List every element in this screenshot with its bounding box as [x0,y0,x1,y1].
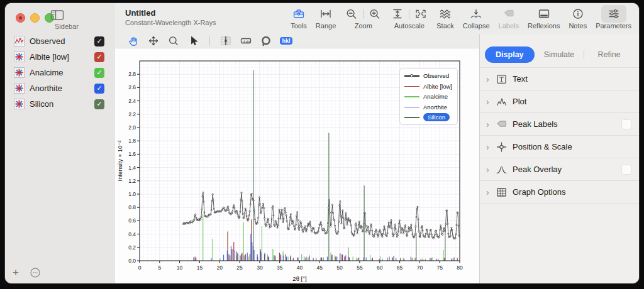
toolbar-button-reflexions[interactable]: Reflexions [528,6,560,30]
sidebar-item-silicon[interactable]: Silicon✓ [5,96,115,112]
toolbar-buttons: ToolsRangeZoomAutoscaleStackCollapseLabe… [291,6,631,30]
toolbox-icon [292,8,306,19]
chevron-right-icon[interactable]: › [486,165,495,175]
legend-label: Analcime [423,93,448,100]
x-axis-label: 2θ [°] [292,275,306,282]
hkl-badge[interactable]: hkl [279,35,293,47]
svg-text:2.0: 2.0 [128,124,136,131]
range-icon [319,8,333,19]
ruler-tool[interactable] [239,35,253,47]
svg-text:0.2: 0.2 [128,244,136,251]
legend-label: Albite [low] [423,83,452,90]
section-position-scale[interactable]: ›Position & Scale [480,136,639,158]
grid-icon [495,187,508,198]
legend-item-anorthite[interactable]: Anorthite [404,103,452,111]
svg-text:65: 65 [397,264,403,271]
svg-text:1.4: 1.4 [128,165,136,171]
stack-icon [438,8,452,19]
text-box-icon [495,74,508,85]
chevron-right-icon[interactable]: › [486,74,495,84]
visibility-checkbox[interactable]: ✓ [94,52,104,62]
lasso-tool[interactable] [259,35,273,47]
section-peak-overlay[interactable]: ›Peak Overlay [480,158,639,181]
hand-tool[interactable] [126,35,140,47]
xrd-chart[interactable]: 051015202530354045505560657075800.00.20.… [115,48,479,283]
toolbar-button-label: Autoscale [394,22,425,30]
toolbar-button-stack[interactable]: Stack [436,6,454,30]
toolbar-button-label: Range [316,22,336,30]
svg-text:10: 10 [177,264,183,271]
section-peak-labels[interactable]: ›Peak Labels [480,113,639,136]
section-toggle-checkbox[interactable] [621,119,631,129]
section-graph-options[interactable]: ›Graph Options [480,181,639,204]
svg-text:2.4: 2.4 [128,98,136,104]
svg-text:50: 50 [336,264,343,271]
toolbar-button-label: Tools [291,22,307,30]
sidebar-item-albite-low[interactable]: Albite [low]✓ [5,49,115,65]
toolbar-button-label: Zoom [355,22,372,30]
chevron-right-icon[interactable]: › [486,97,495,107]
minimize-button[interactable] [30,13,40,23]
crystal-phase-icon [14,67,25,78]
legend-label: Silicon [423,113,450,121]
close-button[interactable] [16,13,25,23]
document-title: Untitled [125,8,216,18]
add-pattern-button[interactable]: + [13,266,19,279]
chart-legend: ObservedAlbite [low]AnalcimeAnorthiteSil… [399,68,458,125]
svg-text:40: 40 [297,264,303,271]
pattern-label: Observed [30,36,65,46]
inspector-tabs: DisplaySimulateRefine [485,46,634,63]
legend-line-sample [404,82,419,90]
traffic-lights [16,13,54,23]
toolbar-button-range[interactable]: Range [316,6,336,30]
sidebar-toggle-label: Sidebar [50,23,83,30]
svg-text:0: 0 [138,264,142,271]
tab-display[interactable]: Display [485,46,535,63]
tag-icon [495,119,508,130]
chevron-right-icon[interactable]: › [486,187,495,197]
svg-text:1.8: 1.8 [128,138,136,144]
svg-text:2.8: 2.8 [128,71,136,77]
toolbar-button-label: Reflexions [528,22,560,30]
legend-item-observed[interactable]: Observed [404,72,452,80]
toolbar-button-zoom[interactable]: Zoom [345,6,382,30]
tab-refine[interactable]: Refine [584,46,634,63]
more-options-button[interactable] [30,267,41,278]
toolbar-button-collapse[interactable]: Collapse [463,6,490,30]
section-text[interactable]: ›Text [480,67,639,90]
section-label: Position & Scale [513,142,572,151]
svg-text:0.4: 0.4 [128,231,136,237]
svg-text:2.2: 2.2 [128,111,136,117]
chevron-right-icon[interactable]: › [486,119,495,129]
plot-peaks-icon [495,96,508,107]
visibility-checkbox[interactable]: ✓ [94,84,104,94]
sidebar-toggle-button[interactable]: Sidebar [50,9,83,30]
toolbar-button-notes[interactable]: Notes [569,6,587,30]
sidebar-item-analcime[interactable]: Analcime✓ [5,65,115,80]
visibility-checkbox[interactable]: ✓ [94,36,104,46]
tab-simulate[interactable]: Simulate [535,46,584,63]
visibility-checkbox[interactable]: ✓ [94,99,104,109]
section-plot[interactable]: ›Plot [480,90,639,113]
labels-tag-icon [502,8,516,19]
move-tool[interactable] [147,35,160,47]
main-toolbar: Untitled Constant-Wavelength X-Rays Tool… [115,3,639,35]
svg-text:1.0: 1.0 [128,191,136,197]
peak-picker-tool[interactable] [219,35,233,47]
legend-item-albite-low[interactable]: Albite [low] [404,82,452,90]
pointer-tool[interactable] [187,35,201,47]
sidebar-item-observed[interactable]: Observed✓ [5,33,115,49]
visibility-checkbox[interactable]: ✓ [94,68,104,78]
toolbar-button-autoscale[interactable]: Autoscale [391,6,428,30]
toolbar-button-tools[interactable]: Tools [291,6,307,30]
toolbar-button-parameters[interactable]: Parameters [596,6,631,30]
observed-pattern-icon [14,36,25,46]
magnifier-tool[interactable] [167,35,180,47]
collapse-icon [469,8,483,19]
legend-line-sample [404,92,419,101]
legend-item-silicon[interactable]: Silicon [404,113,452,121]
chevron-right-icon[interactable]: › [486,142,495,152]
sidebar-item-anorthite[interactable]: Anorthite✓ [5,80,115,96]
legend-item-analcime[interactable]: Analcime [404,92,452,101]
section-toggle-checkbox[interactable] [621,165,631,175]
